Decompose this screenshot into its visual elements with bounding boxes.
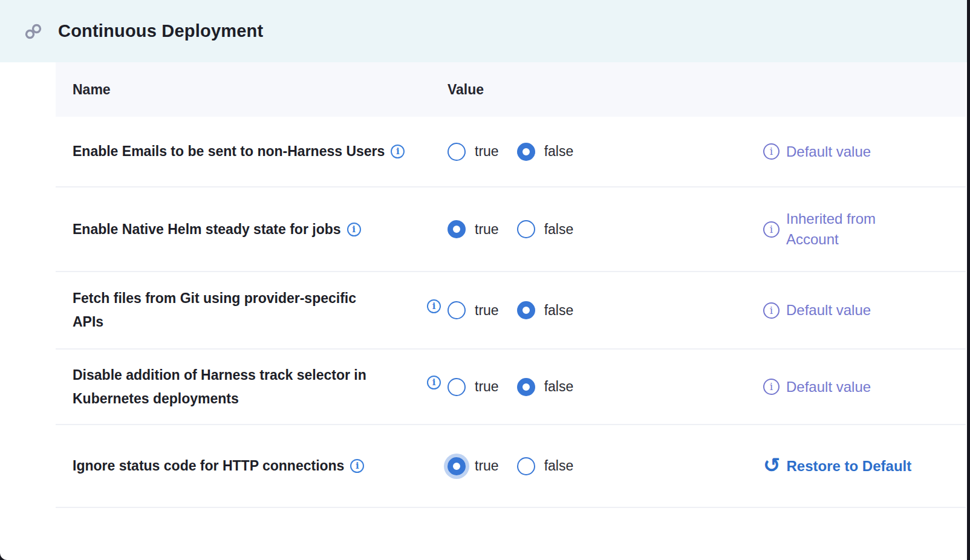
- setting-status-cell: iDefault value: [706, 142, 966, 162]
- settings-table: Name Value Enable Emails to be sent to n…: [56, 62, 966, 508]
- setting-row: Enable Emails to be sent to non-Harness …: [56, 117, 966, 187]
- value-lead-slot: i: [427, 308, 448, 313]
- radio-option-false[interactable]: false: [517, 143, 574, 161]
- info-icon[interactable]: i: [763, 143, 780, 160]
- status-badge: iDefault value: [763, 142, 871, 162]
- setting-name: Enable Native Helm steady state for jobs: [73, 218, 341, 241]
- radio-group: truefalse: [448, 143, 573, 161]
- radio-group: truefalse: [448, 220, 573, 238]
- settings-rows: Enable Emails to be sent to non-Harness …: [56, 117, 966, 508]
- radio-false-selected[interactable]: [517, 301, 535, 319]
- status-label: Default value: [786, 300, 871, 321]
- status-badge: iDefault value: [763, 300, 871, 321]
- radio-label-true: true: [475, 379, 499, 395]
- column-header-value: Value: [448, 82, 484, 98]
- radio-label-true: true: [475, 302, 499, 319]
- setting-row: Disable addition of Harness track select…: [56, 350, 966, 425]
- restore-icon: ↺: [763, 456, 781, 474]
- info-icon[interactable]: i: [391, 145, 405, 158]
- restore-to-default-button[interactable]: ↺Restore to Default: [763, 458, 911, 475]
- status-label: Default value: [786, 377, 871, 397]
- info-icon[interactable]: i: [427, 376, 441, 389]
- radio-option-false[interactable]: false: [517, 378, 574, 396]
- radio-option-true[interactable]: true: [448, 220, 499, 238]
- setting-name: Enable Emails to be sent to non-Harness …: [73, 140, 385, 163]
- radio-label-false: false: [544, 458, 574, 474]
- radio-true[interactable]: [448, 143, 466, 161]
- screen: Continuous Deployment Name Value Enable …: [0, 0, 970, 560]
- setting-name: Disable addition of Harness track select…: [73, 363, 366, 411]
- status-badge: iDefault value: [763, 377, 871, 397]
- info-icon[interactable]: i: [763, 221, 780, 238]
- radio-option-false[interactable]: false: [517, 301, 574, 319]
- radio-false-selected[interactable]: [517, 143, 535, 161]
- setting-status-cell: iDefault value: [706, 377, 966, 397]
- radio-label-true: true: [475, 221, 499, 238]
- status-label: Inherited from Account: [786, 209, 904, 250]
- radio-false[interactable]: [517, 220, 535, 238]
- radio-group: truefalse: [448, 457, 573, 475]
- setting-row: Enable Native Helm steady state for jobs…: [56, 187, 966, 272]
- radio-option-true[interactable]: true: [448, 301, 499, 319]
- radio-true[interactable]: [448, 378, 466, 396]
- setting-status-cell: ↺Restore to Default: [706, 458, 966, 475]
- setting-name-cell: Enable Native Helm steady state for jobs…: [73, 218, 422, 241]
- info-icon[interactable]: i: [350, 459, 364, 473]
- section-header: Continuous Deployment: [0, 0, 967, 62]
- setting-value-cell: truefalse: [422, 143, 706, 161]
- info-icon[interactable]: i: [347, 223, 361, 236]
- setting-name-cell: Fetch files from Git using provider-spec…: [73, 287, 422, 334]
- column-header-name: Name: [73, 82, 422, 98]
- info-icon[interactable]: i: [763, 379, 780, 395]
- radio-group: truefalse: [448, 301, 573, 319]
- value-lead-slot: i: [427, 384, 448, 389]
- radio-true-selected[interactable]: [448, 457, 466, 475]
- radio-label-false: false: [544, 302, 574, 319]
- radio-false-selected[interactable]: [517, 378, 535, 396]
- setting-name-cell: Ignore status code for HTTP connections …: [73, 454, 422, 478]
- status-label: Default value: [786, 142, 871, 162]
- setting-value-cell: i truefalse: [422, 378, 706, 396]
- radio-label-true: true: [475, 458, 499, 474]
- radio-option-false[interactable]: false: [517, 220, 574, 238]
- info-icon[interactable]: i: [427, 299, 441, 313]
- radio-label-false: false: [544, 143, 574, 160]
- settings-panel: Continuous Deployment Name Value Enable …: [0, 0, 967, 560]
- radio-option-false[interactable]: false: [517, 457, 574, 475]
- setting-row: Fetch files from Git using provider-spec…: [56, 272, 966, 350]
- page-title: Continuous Deployment: [58, 21, 263, 41]
- setting-value-cell: truefalse: [422, 220, 706, 238]
- radio-true-selected[interactable]: [448, 220, 466, 238]
- column-header-value-cell: Value: [422, 82, 706, 98]
- setting-name: Ignore status code for HTTP connections: [73, 454, 344, 478]
- radio-option-true[interactable]: true: [448, 457, 499, 475]
- table-header-row: Name Value: [56, 62, 966, 117]
- radio-group: truefalse: [448, 378, 573, 396]
- radio-false[interactable]: [517, 457, 535, 475]
- radio-label-true: true: [475, 143, 499, 160]
- restore-to-default-label: Restore to Default: [787, 458, 912, 475]
- info-icon[interactable]: i: [763, 302, 780, 319]
- radio-label-false: false: [544, 221, 574, 238]
- setting-name-cell: Disable addition of Harness track select…: [73, 363, 422, 411]
- radio-option-true[interactable]: true: [448, 378, 499, 396]
- setting-status-cell: iInherited from Account: [706, 209, 966, 250]
- setting-row: Ignore status code for HTTP connections …: [56, 425, 966, 508]
- setting-value-cell: i truefalse: [422, 301, 706, 319]
- radio-label-false: false: [544, 379, 574, 395]
- link-icon[interactable]: [24, 22, 42, 41]
- radio-true[interactable]: [448, 301, 466, 319]
- setting-name: Fetch files from Git using provider-spec…: [73, 287, 356, 334]
- setting-value-cell: truefalse: [422, 457, 706, 475]
- setting-name-cell: Enable Emails to be sent to non-Harness …: [73, 140, 422, 163]
- setting-status-cell: iDefault value: [706, 300, 966, 321]
- radio-option-true[interactable]: true: [448, 143, 499, 161]
- status-badge: iInherited from Account: [763, 209, 904, 250]
